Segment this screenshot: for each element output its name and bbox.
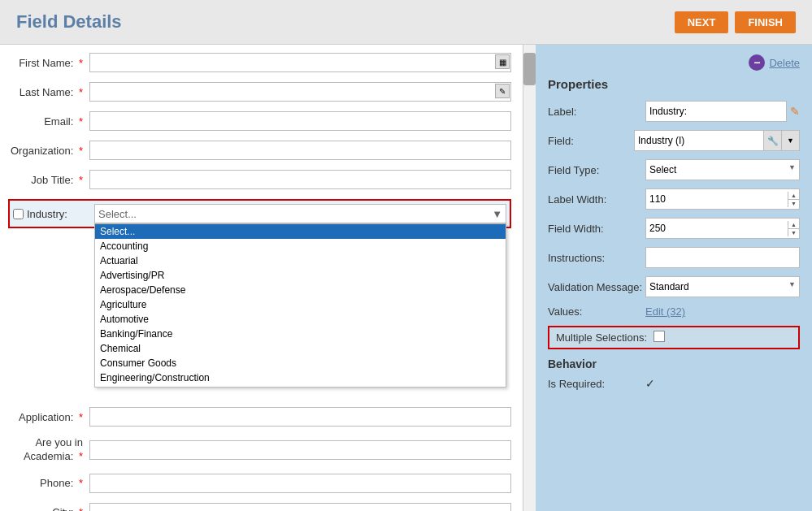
dropdown-item-accounting[interactable]: Accounting bbox=[95, 239, 506, 253]
prop-validation-value: Standard bbox=[645, 276, 800, 297]
prop-validation-row: Validation Message: Standard bbox=[548, 276, 800, 297]
prop-field-width-row: Field Width: ▲ ▼ bbox=[548, 218, 800, 239]
dropdown-item-actuarial[interactable]: Actuarial bbox=[95, 253, 506, 268]
prop-label-label: Label: bbox=[548, 106, 645, 118]
main-container: + First Name: * ▦ Last Name: * ✎ bbox=[0, 45, 812, 511]
industry-checkbox[interactable] bbox=[13, 209, 24, 219]
delete-link[interactable]: Delete bbox=[769, 57, 800, 69]
left-panel: + First Name: * ▦ Last Name: * ✎ bbox=[0, 45, 536, 511]
industry-dropdown-scroll[interactable]: Select... Accounting Actuarial Advertisi… bbox=[95, 224, 506, 387]
dropdown-item-entertainment[interactable]: Entertainment/Sports/Media bbox=[95, 385, 506, 387]
field-input[interactable] bbox=[634, 130, 764, 151]
label-width-down[interactable]: ▼ bbox=[788, 200, 799, 207]
multi-select-checkbox[interactable] bbox=[654, 331, 665, 342]
prop-label-width-value: ▲ ▼ bbox=[645, 188, 800, 210]
prop-field-width-label: Field Width: bbox=[548, 223, 645, 235]
job-title-row: Job Title: * bbox=[8, 170, 511, 189]
multi-select-row: Multiple Selections: bbox=[548, 326, 800, 349]
field-settings-icon[interactable]: 🔧 bbox=[764, 130, 782, 151]
last-name-label: Last Name: * bbox=[8, 86, 89, 98]
multi-select-value bbox=[654, 331, 792, 344]
first-name-input-wrapper: ▦ bbox=[89, 53, 511, 72]
phone-input[interactable] bbox=[89, 474, 511, 493]
dropdown-item-engineering[interactable]: Engineering/Construction bbox=[95, 370, 506, 385]
academia-row: Are you in Academia: * bbox=[8, 436, 511, 464]
label-width-up[interactable]: ▲ bbox=[788, 192, 799, 200]
field-width-arrows: ▲ ▼ bbox=[788, 221, 799, 236]
prop-field-type-row: Field Type: Select bbox=[548, 159, 800, 180]
phone-label: Phone: * bbox=[8, 477, 89, 489]
application-input[interactable] bbox=[89, 407, 511, 427]
city-label: City: * bbox=[8, 506, 89, 511]
page-title: Field Details bbox=[16, 11, 122, 32]
city-row: City: * bbox=[8, 503, 511, 511]
job-title-label: Job Title: * bbox=[8, 174, 89, 186]
application-label: Application: * bbox=[8, 411, 89, 423]
prop-values-label: Values: bbox=[548, 305, 645, 318]
first-name-calendar-icon[interactable]: ▦ bbox=[495, 54, 510, 69]
city-input[interactable] bbox=[89, 503, 511, 511]
field-width-input[interactable] bbox=[646, 219, 788, 238]
application-row: Application: * bbox=[8, 407, 511, 427]
dropdown-item-advertising[interactable]: Advertising/PR bbox=[95, 268, 506, 283]
dropdown-item-automotive[interactable]: Automotive bbox=[95, 312, 506, 327]
prop-values-value: Edit (32) bbox=[645, 305, 800, 318]
dropdown-item-agriculture[interactable]: Agriculture bbox=[95, 297, 506, 312]
prop-label-value: ✎ bbox=[645, 101, 800, 122]
field-dropdown-icon[interactable]: ▼ bbox=[782, 130, 800, 151]
dropdown-item-select[interactable]: Select... bbox=[95, 224, 506, 239]
edit-label-icon[interactable]: ✎ bbox=[790, 105, 800, 118]
prop-field-type-label: Field Type: bbox=[548, 164, 645, 176]
organization-label: Organization: * bbox=[8, 145, 89, 157]
last-name-input[interactable] bbox=[89, 82, 511, 102]
industry-select-wrapper: Select... ▼ Select... Accounting Actuari… bbox=[94, 204, 506, 223]
field-type-select[interactable]: Select bbox=[645, 159, 800, 180]
delete-area: − Delete bbox=[548, 54, 800, 71]
field-width-down[interactable]: ▼ bbox=[788, 229, 799, 236]
label-input[interactable] bbox=[645, 101, 787, 122]
dropdown-item-consumer[interactable]: Consumer Goods bbox=[95, 356, 506, 370]
right-panel: − Delete Properties Label: ✎ Field: 🔧 ▼ … bbox=[536, 45, 812, 511]
email-input[interactable] bbox=[89, 111, 511, 131]
label-width-input[interactable] bbox=[646, 189, 788, 209]
delete-icon[interactable]: − bbox=[749, 54, 765, 71]
scroll-thumb[interactable] bbox=[523, 53, 536, 85]
organization-input[interactable] bbox=[89, 141, 511, 160]
prop-field-row: Field: 🔧 ▼ bbox=[548, 130, 800, 151]
prop-field-width-value: ▲ ▼ bbox=[645, 218, 800, 239]
prop-field-label: Field: bbox=[548, 135, 634, 147]
industry-selected-value: Select... bbox=[98, 208, 137, 220]
prop-required-value: ✓ bbox=[645, 377, 800, 390]
prop-values-row: Values: Edit (32) bbox=[548, 305, 800, 318]
form-area: First Name: * ▦ Last Name: * ✎ Email: * bbox=[0, 45, 536, 511]
header: Field Details NEXT FINISH bbox=[0, 0, 812, 45]
field-width-up[interactable]: ▲ bbox=[788, 221, 799, 229]
email-row: Email: * bbox=[8, 111, 511, 131]
label-width-arrows: ▲ ▼ bbox=[788, 192, 799, 207]
last-name-edit-icon[interactable]: ✎ bbox=[495, 84, 510, 98]
prop-required-label: Is Required: bbox=[548, 378, 645, 390]
email-label: Email: * bbox=[8, 115, 89, 128]
instructions-input[interactable] bbox=[645, 247, 800, 268]
dropdown-item-aerospace[interactable]: Aerospace/Defense bbox=[95, 283, 506, 297]
first-name-input[interactable] bbox=[89, 53, 511, 72]
academia-label: Are you in Academia: * bbox=[8, 436, 89, 464]
academia-input[interactable] bbox=[89, 440, 511, 460]
job-title-input[interactable] bbox=[89, 170, 511, 189]
finish-button[interactable]: FINISH bbox=[735, 11, 796, 33]
prop-instructions-label: Instructions: bbox=[548, 252, 645, 264]
industry-dropdown-arrow: ▼ bbox=[492, 208, 502, 220]
prop-field-value: 🔧 ▼ bbox=[634, 130, 800, 151]
industry-row: Industry: Select... ▼ Select... Accounti… bbox=[8, 199, 511, 228]
values-edit-link[interactable]: Edit (32) bbox=[645, 305, 685, 318]
dropdown-item-chemical[interactable]: Chemical bbox=[95, 341, 506, 356]
validation-select[interactable]: Standard bbox=[645, 276, 800, 297]
prop-label-row: Label: ✎ bbox=[548, 101, 800, 122]
next-button[interactable]: NEXT bbox=[675, 11, 729, 33]
dropdown-item-banking[interactable]: Banking/Finance bbox=[95, 327, 506, 341]
prop-field-type-value: Select bbox=[645, 159, 800, 180]
last-name-row: Last Name: * ✎ bbox=[8, 82, 511, 102]
scroll-bar[interactable] bbox=[523, 45, 536, 511]
industry-select-button[interactable]: Select... ▼ bbox=[94, 204, 506, 223]
prop-instructions-row: Instructions: bbox=[548, 247, 800, 268]
